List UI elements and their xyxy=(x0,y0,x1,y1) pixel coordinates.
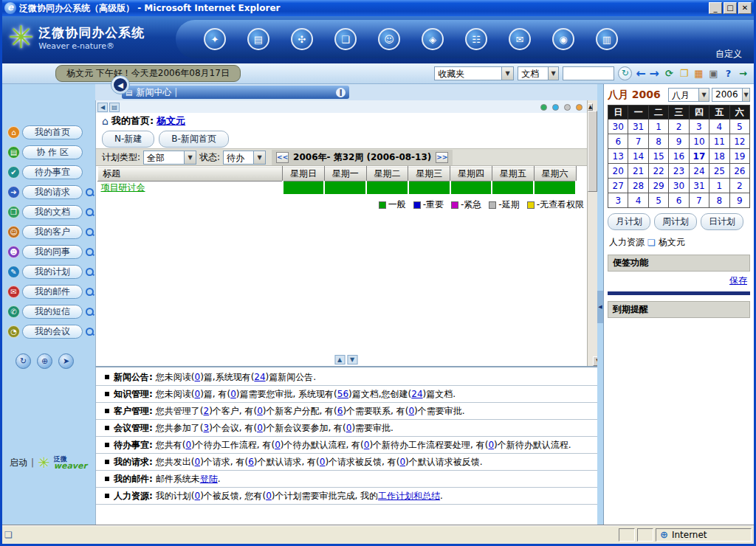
calendar-day[interactable]: 16 xyxy=(669,149,689,164)
calendar-day[interactable]: 30 xyxy=(608,120,628,134)
calendar-day[interactable]: 3 xyxy=(689,120,709,134)
sidebar-item-home[interactable]: ⌂我的首页 xyxy=(2,122,95,142)
calendar-day[interactable]: 19 xyxy=(729,149,749,164)
calendar-day[interactable]: 1 xyxy=(648,120,668,134)
calendar-day[interactable]: 6 xyxy=(608,134,628,149)
refresh-circle-icon[interactable]: ↻ xyxy=(16,353,31,369)
search-icon[interactable] xyxy=(85,207,94,217)
calendar-day[interactable]: 10 xyxy=(689,134,709,149)
month-select[interactable]: 八月 ▼ xyxy=(668,88,709,102)
calendar-day[interactable]: 9 xyxy=(729,193,749,208)
calendar-day[interactable]: 11 xyxy=(709,134,729,149)
folder-icon[interactable]: ❐ xyxy=(678,67,690,80)
summary-link[interactable]: 0 xyxy=(320,457,326,467)
sidebar-item-customers[interactable]: ☺我的客户 xyxy=(2,222,95,242)
plan-day-cell[interactable] xyxy=(534,182,576,195)
summary-link[interactable]: 24 xyxy=(411,389,422,399)
sidebar-item-documents[interactable]: ❒我的文档 xyxy=(2,202,95,222)
go-search-button[interactable]: ↻ xyxy=(618,66,632,80)
calendar-day[interactable]: 31 xyxy=(628,120,648,134)
calendar-day[interactable]: 4 xyxy=(709,120,729,134)
summary-link[interactable]: 56 xyxy=(337,389,348,399)
document-module-icon[interactable]: ❑ xyxy=(334,28,357,50)
chevron-down-icon[interactable]: ▼ xyxy=(742,89,749,101)
summary-link[interactable]: 0 xyxy=(195,457,201,467)
current-user-link[interactable]: 杨文元 xyxy=(157,114,185,128)
calendar-day[interactable]: 20 xyxy=(608,164,628,179)
minimize-button[interactable]: _ xyxy=(709,2,722,14)
news-module-icon[interactable]: ▥ xyxy=(596,28,618,50)
summary-link[interactable]: 6 xyxy=(337,406,343,416)
sidebar-item-requests[interactable]: ➔我的请求 xyxy=(2,182,95,202)
summary-link[interactable]: 6 xyxy=(248,457,254,467)
calendar-day-today[interactable]: 17 xyxy=(689,149,709,164)
scroll-up-button[interactable]: ▲ xyxy=(588,103,593,111)
search-icon[interactable] xyxy=(85,267,94,277)
page-refresh-icon[interactable]: ⟳ xyxy=(663,67,676,80)
maximize-button[interactable]: □ xyxy=(724,2,737,14)
calendar-day[interactable]: 7 xyxy=(628,134,648,149)
calendar-day[interactable]: 25 xyxy=(709,164,729,179)
calendar-day[interactable]: 1 xyxy=(709,179,729,193)
calendar-day[interactable]: 18 xyxy=(709,149,729,164)
chevron-down-icon[interactable]: ▼ xyxy=(253,151,265,164)
doc-type-select[interactable]: 文档 ▼ xyxy=(518,66,559,80)
summary-link[interactable]: 0 xyxy=(364,440,370,450)
summary-link[interactable]: 工作计划和总结 xyxy=(378,490,440,502)
summary-link[interactable]: 登陆 xyxy=(200,473,218,485)
plan-day-cell[interactable] xyxy=(283,182,325,195)
summary-link[interactable]: 24 xyxy=(254,372,265,382)
theme-dot-orange[interactable] xyxy=(576,104,583,111)
sidebar-item-sms[interactable]: ✆我的短信 xyxy=(2,302,95,322)
content-nav-list-button[interactable]: ▤ xyxy=(109,103,120,112)
calendar-day[interactable]: 13 xyxy=(608,149,628,164)
sidebar-item-plans[interactable]: ✎我的计划 xyxy=(2,262,95,282)
plan-item-link[interactable]: 项目研讨会 xyxy=(98,182,145,193)
summary-link[interactable]: 0 xyxy=(488,440,494,450)
calendar-day[interactable]: 27 xyxy=(608,179,628,193)
plan-day-cell[interactable] xyxy=(366,182,408,195)
workflow-module-icon[interactable]: ✣ xyxy=(291,28,313,50)
summary-link[interactable]: 0 xyxy=(266,491,272,501)
sidebar-item-meetings[interactable]: ◔我的会议 xyxy=(2,322,95,342)
launch-label[interactable]: 启动 xyxy=(10,457,27,469)
notes-body[interactable]: 保存 xyxy=(608,272,750,301)
calendar-day[interactable]: 12 xyxy=(729,134,749,149)
calendar-day[interactable]: 9 xyxy=(669,134,689,149)
vertical-scrollbar[interactable]: ▲ ▼ xyxy=(587,100,597,366)
nav-back-circle-button[interactable]: ◀ xyxy=(111,75,130,94)
plan-day-cell[interactable] xyxy=(492,182,534,195)
summary-link[interactable]: 0 xyxy=(257,406,263,416)
schedule-module-icon[interactable]: ◉ xyxy=(552,28,574,50)
summary-link[interactable]: 0 xyxy=(346,423,352,433)
summary-link[interactable]: 2 xyxy=(204,406,210,416)
month-plan-button[interactable]: 月计划 xyxy=(608,213,650,230)
mail-module-icon[interactable]: ✉ xyxy=(509,28,531,50)
week-plan-button[interactable]: 周计划 xyxy=(654,213,697,230)
next-week-button[interactable]: >> xyxy=(436,152,448,163)
sidebar-item-collaboration[interactable]: ▤协 作 区 xyxy=(2,142,95,162)
summary-link[interactable]: 0 xyxy=(230,389,236,399)
theme-dot-cyan[interactable] xyxy=(552,104,559,111)
chevron-down-icon[interactable]: ▼ xyxy=(698,89,709,101)
search-icon[interactable] xyxy=(85,187,94,197)
summary-link[interactable]: 3 xyxy=(204,423,210,433)
calendar-day[interactable]: 14 xyxy=(628,149,648,164)
printer-icon[interactable]: ▣ xyxy=(707,67,720,80)
summary-link[interactable]: 0 xyxy=(195,491,201,501)
favorites-select[interactable]: 收藏夹 ▼ xyxy=(434,66,514,80)
hr-module-icon[interactable]: ☷ xyxy=(465,28,487,50)
launch-rocket-icon[interactable]: ➤ xyxy=(58,353,74,369)
summary-link[interactable]: 0 xyxy=(195,389,201,399)
news-home-button[interactable]: B-新闻首页 xyxy=(159,131,229,148)
summary-link[interactable]: 0 xyxy=(408,406,414,416)
collaboration-module-icon[interactable]: ▤ xyxy=(247,28,269,50)
sidebar-item-mail[interactable]: ✉我的邮件 xyxy=(2,282,95,302)
chevron-down-icon[interactable]: ▼ xyxy=(184,151,196,164)
forward-arrow-icon[interactable]: → xyxy=(650,66,659,81)
search-icon[interactable] xyxy=(85,287,94,297)
calendar-day[interactable]: 31 xyxy=(689,179,709,193)
browser-globe-icon[interactable]: ⊕ xyxy=(37,353,52,369)
calendar-day[interactable]: 2 xyxy=(729,179,749,193)
save-note-link[interactable]: 保存 xyxy=(729,274,747,287)
